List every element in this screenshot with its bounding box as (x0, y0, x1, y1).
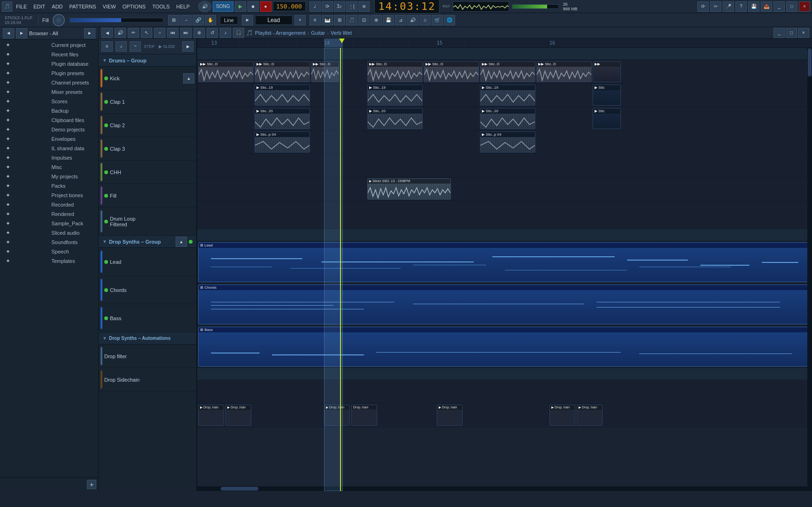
menu-add[interactable]: ADD (49, 3, 65, 10)
record-btn[interactable]: ● (260, 1, 271, 12)
bpm-display[interactable]: 150.000 (273, 1, 306, 11)
sidebar-item-envelopes[interactable]: ✦ Envelopes (0, 134, 98, 144)
random-btn[interactable]: ⊕ (193, 28, 205, 38)
channel-row-drum-loop[interactable]: Drum LoopFiltered (99, 207, 196, 236)
midi-btn[interactable]: ♫ (419, 15, 431, 25)
kick-clip-5[interactable]: ▶▶ Stic..D (424, 61, 479, 82)
shop-btn[interactable]: 🛒 (432, 15, 443, 25)
play-btn[interactable]: ▶ (235, 1, 246, 12)
drop-sidechain-clip-1[interactable]: ▶ Drop..hain (198, 405, 224, 426)
dropdown-arrow[interactable]: ▶ (242, 15, 253, 25)
channel-list-piano[interactable]: ♪ (116, 41, 127, 52)
collapse-drums-icon[interactable]: ▼ (102, 58, 107, 63)
drop-sidechain-clip-6[interactable]: ▶ Drop..hain (549, 405, 575, 426)
save-btn[interactable]: 💾 (748, 1, 759, 12)
pen-btn[interactable]: ✏ (128, 28, 139, 38)
clap2-clip-1[interactable]: ▶ Stic..20 (255, 108, 310, 129)
sidebar-item-plugin-database[interactable]: ✦ Plugin database (0, 59, 98, 69)
synths-group-dot[interactable] (189, 240, 193, 244)
sidebar-search-btn[interactable]: ▶ (84, 28, 95, 38)
maximize-btn[interactable]: □ (786, 1, 797, 12)
sidebar-item-sliced-audio[interactable]: ✦ Sliced audio (0, 228, 98, 238)
sidebar-item-scores[interactable]: ✦ Scores (0, 97, 98, 106)
menu-file[interactable]: FILE (13, 3, 30, 10)
sidebar-item-templates[interactable]: ✦ Templates (0, 256, 98, 266)
channel-row-lead[interactable]: Lead (99, 248, 196, 276)
sidebar-item-project-bones[interactable]: ✦ Project bones (0, 191, 98, 200)
scroll-right-btn[interactable]: ▶ (182, 41, 193, 52)
sidebar-item-plugin-presets[interactable]: ✦ Plugin presets (0, 69, 98, 78)
sidebar-item-mixer-presets[interactable]: ✦ Mixer presets (0, 87, 98, 97)
sidebar-item-recorded[interactable]: ✦ Recorded (0, 200, 98, 209)
rewind-btn[interactable]: ↺ (207, 28, 218, 38)
sidebar-item-packs[interactable]: ✦ Packs (0, 181, 98, 191)
channel-list-link[interactable]: ~ (130, 41, 141, 52)
clap1-clip-3[interactable]: ▶ Stic..19 (480, 84, 535, 106)
kick-clip-6[interactable]: ▶▶ Stic..D (480, 61, 535, 82)
drop-sidechain-clip-3[interactable]: ▶ Drop..hain (324, 405, 350, 426)
skip-fwd-btn[interactable]: ⏭ (180, 28, 192, 38)
loop-btn[interactable]: ⟳ (322, 1, 333, 12)
clap3-clip-2[interactable]: ▶ Stic..p 04 (480, 131, 535, 153)
synths-collapse-btn[interactable]: ▲ (176, 237, 187, 247)
kick-collapse[interactable]: ▲ (183, 73, 194, 84)
bass-active-dot[interactable] (104, 316, 108, 320)
breadcrumb-guitar[interactable]: Guitar (311, 30, 325, 36)
drum-loop-track[interactable] (197, 201, 812, 229)
bass-track[interactable]: ⊞ Bass (197, 326, 812, 368)
drop-sidechain-clip-7[interactable]: ▶ Drop..hain (577, 405, 603, 426)
kick-clip-1[interactable]: ▶▶ Stic..D (198, 61, 254, 82)
filter-btn[interactable]: ⊿ (395, 15, 406, 25)
grid-btn[interactable]: ⊞ (334, 15, 345, 25)
sidebar-item-my-projects[interactable]: ✦ My projects (0, 172, 98, 181)
minimize-btn[interactable]: _ (773, 1, 785, 12)
breadcrumb-verb[interactable]: Verb Wet (331, 30, 352, 36)
select-btn[interactable]: ↖ (141, 28, 152, 38)
channel-row-clap3[interactable]: Clap 3 (99, 137, 196, 161)
line-dropdown[interactable]: Line (220, 16, 238, 24)
export-btn[interactable]: 📤 (761, 1, 772, 12)
lead-track[interactable]: ⊞ Lead (197, 241, 812, 284)
sidebar-item-clipboard-files[interactable]: ✦ Clipboard files (0, 115, 98, 125)
channel-row-bass[interactable]: Bass (99, 304, 196, 332)
skip-back-btn[interactable]: ⏮ (167, 28, 178, 38)
menu-view[interactable]: VIEW (100, 3, 119, 10)
clap2-clip-3[interactable]: ▶ Stic..20 (480, 108, 535, 129)
kick-track[interactable]: ▶▶ Stic..D ▶▶ Stic..D ▶▶ Stic..D ▶▶ (197, 60, 812, 84)
logo-btn[interactable]: 🔊 (198, 1, 211, 12)
sidebar-item-channel-presets[interactable]: ✦ Channel presets (0, 78, 98, 87)
playlist-icon[interactable]: ⊞ (168, 15, 179, 25)
collapse-synths-icon[interactable]: ▼ (102, 239, 107, 244)
clap3-track[interactable]: ▶ Stic..p 04 ▶ Stic..p 04 (197, 131, 812, 154)
sidebar-item-speech[interactable]: ✦ Speech (0, 247, 98, 256)
mix-btn[interactable]: ≋ (358, 1, 370, 12)
globe-btn[interactable]: 🌐 (444, 15, 455, 25)
hand-btn[interactable]: ✋ (205, 15, 216, 25)
app-icon[interactable]: 🎵 (2, 1, 12, 12)
mic-btn[interactable]: 🎤 (723, 1, 734, 12)
sidebar-item-recent-files[interactable]: ✦ Recent files (0, 50, 98, 59)
speaker-btn[interactable]: 🔊 (115, 28, 126, 38)
channel-row-clap1[interactable]: Clap 1 (99, 90, 196, 114)
channel-row-fill[interactable]: Fill (99, 184, 196, 207)
lead-active-dot[interactable] (104, 260, 108, 264)
sidebar-item-soundfonts[interactable]: ✦ Soundfonts (0, 238, 98, 247)
drop-sidechain-clip-2[interactable]: ▶ Drop..hain (225, 405, 251, 426)
beat-btn[interactable]: 3♪ (334, 1, 345, 12)
sidebar-item-sample-pack[interactable]: ✦ Sample_Pack (0, 219, 98, 228)
clap2-clip-2[interactable]: ▶ Stic..20 (367, 108, 423, 129)
sidebar-item-il-shared-data[interactable]: ✦ IL shared data (0, 144, 98, 153)
clap1-clip-4[interactable]: ▶ Stic (593, 84, 621, 106)
chords-active-dot[interactable] (104, 288, 108, 292)
drop-sidechain-clip-4[interactable]: Drop..hain (351, 405, 377, 426)
kick-clip-4[interactable]: ▶▶ Stic..D (367, 61, 423, 82)
sidebar-item-demo-projects[interactable]: ✦ Demo projects (0, 125, 98, 134)
headphone-btn[interactable]: 🎧 (233, 28, 244, 38)
clap1-clip-1[interactable]: ▶ Stic..19 (255, 84, 310, 106)
sidebar-item-current-project[interactable]: ✦ Current project (0, 40, 98, 50)
chh-clip-group[interactable] (199, 156, 200, 157)
close-btn[interactable]: × (799, 1, 810, 12)
refresh-btn[interactable]: ⟳ (697, 1, 709, 12)
kick-clip-3[interactable]: ▶▶ Stic..D (311, 61, 339, 82)
fill-track[interactable]: ▶ Stickz SIE2..13 - 150BPM (197, 177, 812, 201)
